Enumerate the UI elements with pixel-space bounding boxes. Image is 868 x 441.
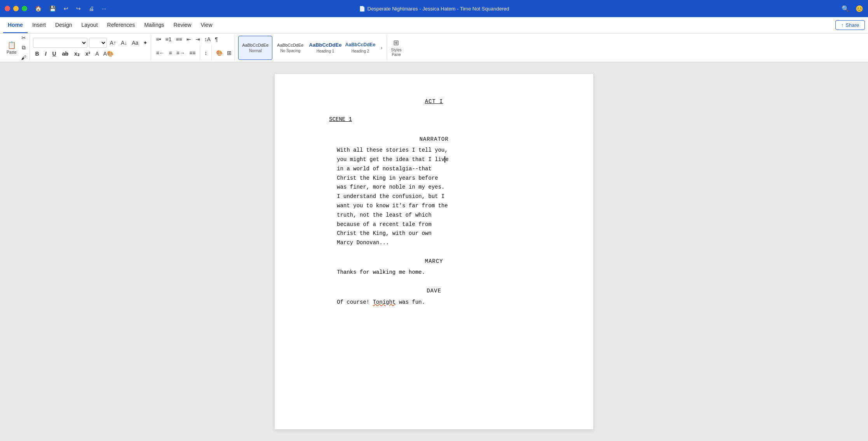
act-heading: ACT I <box>306 97 562 106</box>
style-no-spacing-name: No Spacing <box>280 49 300 53</box>
character-marcy: MARCY <box>306 257 562 266</box>
paragraph-group: ≡• ≡1 ≡≡ ⇤ ⇥ ↕A ¶ ≡← ≡ ≡→ ≡≡ ↕ 🎨 ⊞ <box>153 35 235 60</box>
change-case-button[interactable]: Aa <box>130 38 140 47</box>
menu-layout[interactable]: Layout <box>77 17 103 33</box>
align-center-button[interactable]: ≡ <box>167 49 174 57</box>
paste-button[interactable]: 📋 Paste <box>5 40 19 56</box>
ribbon: 📋 Paste ✂ ⧉ 🖌 A↑ A↓ Aa ✦ <box>0 33 868 62</box>
bold-button[interactable]: B <box>33 49 42 58</box>
title-bar-controls: 🏠 💾 ↩ ↪ 🖨 ··· <box>35 5 106 12</box>
bullets-button[interactable]: ≡• <box>154 35 162 44</box>
traffic-lights <box>5 6 27 11</box>
character-narrator: NARRATOR <box>306 135 562 144</box>
style-normal[interactable]: AaBbCcDdEe Normal <box>238 36 272 60</box>
divider <box>200 45 200 61</box>
document-title: 📄 Desperate Nightmares - Jessica Hatem -… <box>359 6 509 12</box>
font-size-selector[interactable] <box>89 38 107 48</box>
document[interactable]: ACT I SCENE 1 NARRATOR With all these st… <box>275 74 593 429</box>
style-normal-preview: AaBbCcDdEe <box>242 42 268 48</box>
text-cursor <box>444 156 445 163</box>
style-heading1-preview: AaBbCcDdEe <box>309 42 342 49</box>
styles-scroll-button[interactable]: › <box>378 36 385 60</box>
cut-button[interactable]: ✂ <box>19 33 28 42</box>
styles-group: AaBbCcDdEe Normal AaBbCcDdEe No Spacing … <box>237 35 387 60</box>
underlined-word: Tonight <box>373 299 396 305</box>
show-formatting-button[interactable]: ¶ <box>213 35 220 44</box>
underline-button[interactable]: U <box>50 49 59 58</box>
menu-view[interactable]: View <box>196 17 217 33</box>
highlight-button[interactable]: A🎨 <box>102 49 115 58</box>
close-button[interactable] <box>5 6 10 11</box>
maximize-button[interactable] <box>22 6 27 11</box>
strikethrough-button[interactable]: ab <box>60 49 71 58</box>
redo-icon[interactable]: ↪ <box>76 5 81 12</box>
sort-button[interactable]: ↕A <box>203 35 212 44</box>
share-icon: ↑ <box>841 22 844 28</box>
style-heading1-name: Heading 1 <box>316 49 334 53</box>
home-icon[interactable]: 🏠 <box>35 5 42 12</box>
menu-right: ↑ Share <box>835 17 865 33</box>
document-area: ACT I SCENE 1 NARRATOR With all these st… <box>0 62 868 441</box>
increase-indent-button[interactable]: ⇥ <box>194 35 202 44</box>
styles-pane-button[interactable]: ⊞ StylesPane <box>389 37 404 59</box>
dialogue-dave: Of course! Tonight was fun. <box>337 298 531 307</box>
style-no-spacing-preview: AaBbCcDdEe <box>277 42 303 48</box>
title-bar-right: 🔍 😊 <box>842 5 863 12</box>
font-selector[interactable] <box>33 38 87 48</box>
divider2 <box>211 45 212 61</box>
decrease-font-button[interactable]: A↓ <box>119 38 129 47</box>
paste-icon: 📋 <box>7 41 16 49</box>
style-heading2[interactable]: AaBbCcDdEe Heading 2 <box>343 36 377 60</box>
style-items: AaBbCcDdEe Normal AaBbCcDdEe No Spacing … <box>238 35 385 60</box>
style-no-spacing[interactable]: AaBbCcDdEe No Spacing <box>273 36 307 60</box>
format-painter-button[interactable]: 🖌 <box>19 53 28 62</box>
menu-references[interactable]: References <box>103 17 140 33</box>
menu-mailings[interactable]: Mailings <box>139 17 169 33</box>
menu-design[interactable]: Design <box>51 17 77 33</box>
font-color-button[interactable]: A <box>94 49 100 58</box>
title-bar: 🏠 💾 ↩ ↪ 🖨 ··· 📄 Desperate Nightmares - J… <box>0 0 868 17</box>
doc-icon: 📄 <box>359 6 365 12</box>
menu-home[interactable]: Home <box>3 17 28 33</box>
font-group: A↑ A↓ Aa ✦ B I U ab x₂ x² A A🎨 <box>31 35 152 60</box>
align-right-button[interactable]: ≡→ <box>175 49 186 57</box>
align-left-button[interactable]: ≡← <box>154 49 166 57</box>
numbering-button[interactable]: ≡1 <box>164 35 173 44</box>
paste-group: 📋 Paste ✂ ⧉ 🖌 <box>3 35 30 60</box>
italic-button[interactable]: I <box>43 49 49 58</box>
minimize-button[interactable] <box>13 6 19 11</box>
dialogue-narrator: With all these stories I tell you, you m… <box>337 146 531 248</box>
styles-pane-icon: ⊞ <box>393 38 399 47</box>
share-button[interactable]: ↑ Share <box>835 20 865 30</box>
shading-button[interactable]: 🎨 <box>214 49 224 57</box>
style-heading2-preview: AaBbCcDdEe <box>345 42 375 48</box>
copy-button[interactable]: ⧉ <box>19 43 28 52</box>
character-dave: DAVE <box>306 287 562 295</box>
search-icon[interactable]: 🔍 <box>842 5 849 12</box>
multilevel-list-button[interactable]: ≡≡ <box>174 35 183 44</box>
style-normal-name: Normal <box>249 49 261 53</box>
style-heading1[interactable]: AaBbCcDdEe Heading 1 <box>308 36 342 60</box>
clear-format-button[interactable]: ✦ <box>141 38 149 47</box>
print-icon[interactable]: 🖨 <box>89 5 94 12</box>
menu-insert[interactable]: Insert <box>28 17 51 33</box>
more-icon[interactable]: ··· <box>102 5 106 12</box>
dialogue-marcy: Thanks for walking me home. <box>337 268 531 277</box>
smiley-icon[interactable]: 😊 <box>856 5 863 12</box>
line-spacing-button[interactable]: ↕ <box>203 49 209 57</box>
undo-icon[interactable]: ↩ <box>64 5 68 12</box>
justify-button[interactable]: ≡≡ <box>188 49 197 57</box>
superscript-button[interactable]: x² <box>83 49 92 58</box>
save-icon[interactable]: 💾 <box>49 5 56 12</box>
menu-bar: Home Insert Design Layout References Mai… <box>0 17 868 33</box>
styles-pane-label: StylesPane <box>391 48 401 57</box>
borders-button[interactable]: ⊞ <box>225 49 233 57</box>
style-heading2-name: Heading 2 <box>351 49 369 53</box>
increase-font-button[interactable]: A↑ <box>108 38 118 47</box>
decrease-indent-button[interactable]: ⇤ <box>185 35 193 44</box>
menu-review[interactable]: Review <box>169 17 196 33</box>
scene-heading: SCENE 1 <box>329 115 562 124</box>
subscript-button[interactable]: x₂ <box>72 49 82 58</box>
